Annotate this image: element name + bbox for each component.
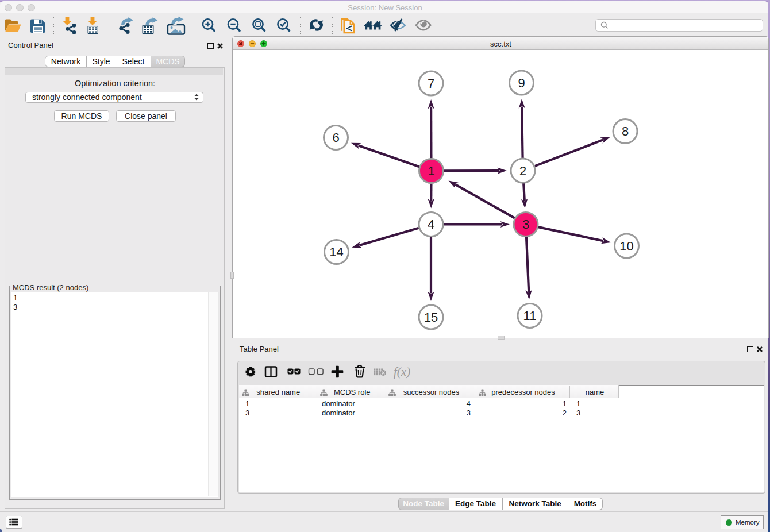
svg-text:11: 11 [523, 309, 537, 323]
svg-text:9: 9 [518, 76, 525, 90]
svg-text:f(x): f(x) [394, 365, 410, 379]
svg-text:2: 2 [519, 164, 526, 178]
svg-text:14: 14 [329, 245, 343, 259]
svg-text:15: 15 [424, 310, 438, 325]
svg-text:4: 4 [428, 217, 434, 232]
svg-text:7: 7 [428, 76, 434, 91]
svg-text:3: 3 [522, 217, 529, 232]
svg-text:10: 10 [619, 239, 633, 253]
svg-text:1: 1 [428, 164, 434, 178]
svg-text:6: 6 [332, 130, 339, 145]
svg-text:8: 8 [622, 124, 629, 138]
